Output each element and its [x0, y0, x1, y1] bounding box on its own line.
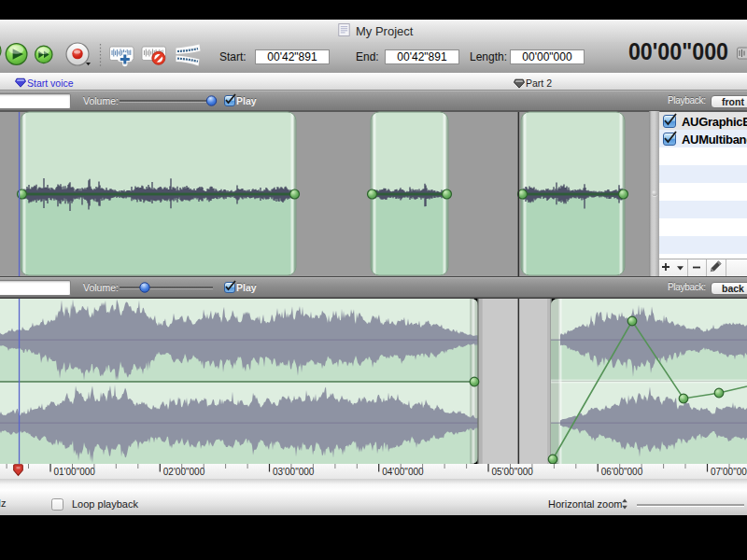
svg-text:06'00"000: 06'00"000 — [601, 467, 643, 477]
svg-text:03'00"000: 03'00"000 — [273, 467, 315, 477]
svg-text:02'00"000: 02'00"000 — [163, 467, 205, 477]
svg-text:01'00"000: 01'00"000 — [54, 467, 96, 477]
svg-text:05'00"000: 05'00"000 — [492, 467, 534, 477]
svg-text:07'00"000: 07'00"000 — [711, 467, 747, 477]
svg-text:04'00"000: 04'00"000 — [382, 467, 424, 477]
